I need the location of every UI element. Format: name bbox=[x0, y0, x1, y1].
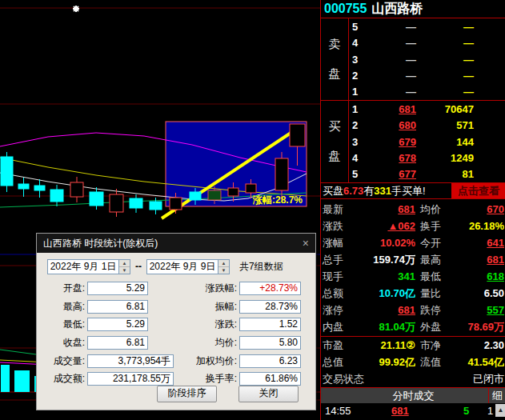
left-field-row: 最高:6.81 bbox=[41, 298, 177, 316]
stat-value: 81.04万 bbox=[366, 320, 415, 334]
alert-prefix: 买盘 bbox=[323, 185, 343, 197]
field-label: 涨跌幅: bbox=[171, 282, 237, 295]
stat-label: 总额 bbox=[323, 286, 366, 301]
candle-body bbox=[228, 188, 238, 196]
order-book-row[interactable]: 3679144 bbox=[349, 134, 505, 150]
stats-row: 总值99.92亿流值41.54亿 bbox=[321, 354, 505, 370]
price: — bbox=[367, 86, 416, 98]
stat-value: 618 bbox=[460, 270, 504, 282]
alert-suffix: 手买单! bbox=[391, 185, 426, 197]
stat-label: 最高 bbox=[415, 253, 460, 267]
price: 680 bbox=[367, 119, 416, 131]
order-book-row[interactable]: 168170647 bbox=[349, 101, 505, 117]
field-value-box: 6.23 bbox=[239, 354, 301, 368]
spinner-down-icon[interactable]: ▼ bbox=[218, 267, 229, 274]
level: 3 bbox=[352, 136, 367, 148]
stat-value: 99.92亿 bbox=[366, 355, 415, 370]
stock-name: 山西路桥 bbox=[371, 2, 423, 15]
stat-value: 10.70亿 bbox=[366, 286, 415, 301]
date-to-spinner[interactable]: ▲▼ bbox=[218, 259, 230, 274]
date-from-spinner[interactable]: ▲▼ bbox=[119, 259, 130, 274]
stat-value: 6.50 bbox=[460, 287, 504, 299]
order-book-row[interactable]: 567781 bbox=[349, 166, 505, 182]
field-label: 最低: bbox=[41, 318, 85, 331]
stats-row: 内盘81.04万外盘78.69万 bbox=[321, 318, 505, 335]
stat-label: 最低 bbox=[415, 270, 460, 284]
detail-tab[interactable]: 细 bbox=[488, 388, 505, 403]
spinner-down-icon[interactable]: ▼ bbox=[119, 267, 130, 274]
click-to-view-link[interactable]: 点击查看 bbox=[451, 183, 505, 198]
stat-label: 市盈 bbox=[323, 338, 366, 353]
candle-body bbox=[130, 198, 142, 208]
dialog-right-fields: 涨跌幅:+28.73%振幅:28.73%涨跌:1.52均价:5.80加权均价:6… bbox=[171, 279, 311, 388]
candle-body bbox=[34, 186, 45, 190]
order-book-row[interactable]: 5—— bbox=[349, 18, 505, 34]
candle-body bbox=[50, 190, 63, 202]
volume: 1249 bbox=[416, 152, 474, 164]
date-range-row: 2022年 9月 1日 ▲▼ -- 2022年 9月 9日 ▲▼ 共7组数据 bbox=[47, 259, 283, 274]
buy-book: 买 盘 168170647268057136791444678124956778… bbox=[321, 100, 505, 182]
stats-row: 总额10.70亿量比6.50 bbox=[321, 285, 505, 302]
tick-count: 1 bbox=[487, 403, 493, 419]
volume: — bbox=[416, 86, 474, 98]
level: 3 bbox=[352, 54, 367, 66]
stat-label: 市净 bbox=[415, 338, 460, 353]
spinner-up-icon[interactable]: ▲ bbox=[119, 260, 130, 267]
date-from-input[interactable]: 2022年 9月 1日 bbox=[47, 259, 119, 274]
quote-panel: 000755山西路桥 卖 盘 5——4——3——2——1—— 买 盘 16817… bbox=[320, 0, 505, 420]
stats-row: 现手341最低618 bbox=[321, 268, 505, 285]
volume: 571 bbox=[416, 119, 474, 131]
field-label: 涨跌: bbox=[171, 318, 237, 331]
dialog-title-bar[interactable]: 山西路桥 时段统计(除权后) × bbox=[37, 234, 315, 253]
order-book-row[interactable]: 3—— bbox=[349, 51, 505, 67]
order-book-row[interactable]: 1—— bbox=[349, 84, 505, 100]
close-button[interactable]: 关闭 bbox=[238, 386, 299, 402]
alert-count: 331 bbox=[374, 185, 391, 197]
candle-body bbox=[208, 190, 221, 200]
field-value-box: 6.81 bbox=[87, 300, 148, 314]
price: 681 bbox=[367, 103, 416, 115]
level: 1 bbox=[352, 86, 367, 98]
stat-label: 内盘 bbox=[323, 320, 366, 334]
order-book-row[interactable]: 46781249 bbox=[349, 150, 505, 166]
dialog-left-fields: 开盘:5.29最高:6.81最低:5.29收盘:6.81成交量:3,773,95… bbox=[41, 279, 177, 388]
close-icon[interactable]: × bbox=[303, 234, 309, 253]
order-book-row[interactable]: 2680571 bbox=[349, 117, 505, 133]
volume: — bbox=[416, 70, 474, 82]
field-label: 收盘: bbox=[41, 336, 85, 350]
field-value-box: 1.52 bbox=[239, 318, 301, 331]
candle-body bbox=[18, 184, 29, 189]
stat-value: 557 bbox=[460, 304, 504, 316]
field-value-box: 5.29 bbox=[87, 318, 148, 331]
buy-side-label: 买 盘 bbox=[321, 101, 349, 182]
stock-title: 000755山西路桥 bbox=[321, 0, 505, 18]
field-value-box: 6.81 bbox=[87, 336, 148, 350]
level: 5 bbox=[352, 168, 367, 180]
candle-body bbox=[70, 182, 83, 197]
stage-sort-button[interactable]: 阶段排序 bbox=[157, 386, 217, 402]
trade-status-row: 交易状态 已闭市 bbox=[321, 370, 505, 387]
candle-body bbox=[110, 194, 123, 212]
candle-body bbox=[275, 158, 288, 190]
volume-bar bbox=[14, 370, 30, 392]
field-value-box: 231,178.55万 bbox=[87, 372, 174, 386]
pan-char: 盘 bbox=[329, 66, 341, 82]
price: — bbox=[367, 70, 416, 82]
field-label: 成交额: bbox=[41, 372, 85, 386]
spinner-up-icon[interactable]: ▲ bbox=[218, 260, 229, 267]
order-book-row[interactable]: 2—— bbox=[349, 67, 505, 83]
order-book-row[interactable]: 4—— bbox=[349, 34, 505, 50]
stat-value: 681 bbox=[366, 203, 415, 215]
pan-char: 盘 bbox=[329, 149, 341, 164]
level: 2 bbox=[352, 70, 367, 82]
big-order-alert: 买盘6.73有331手买单! 点击查看 bbox=[321, 182, 505, 199]
candle-body bbox=[1, 157, 13, 186]
stat-label: 现手 bbox=[323, 270, 366, 284]
right-field-row: 涨跌:1.52 bbox=[171, 315, 311, 334]
stats-row: 涨跌▲062换手26.18% bbox=[321, 218, 505, 234]
stat-label: 最新 bbox=[323, 202, 366, 217]
scroll-up-arrow-icon[interactable]: ▲ bbox=[495, 404, 505, 417]
date-to-input[interactable]: 2022年 9月 9日 bbox=[146, 259, 218, 274]
volume: 81 bbox=[416, 168, 474, 180]
level: 1 bbox=[352, 103, 367, 115]
